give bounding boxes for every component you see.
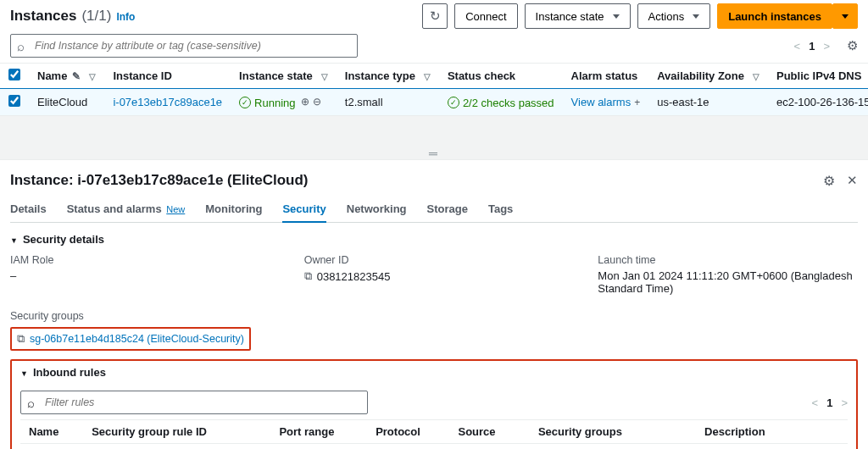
- page-title: Instances: [10, 8, 76, 25]
- col-name[interactable]: Name: [37, 69, 67, 82]
- tab-monitoring[interactable]: Monitoring: [205, 197, 262, 222]
- security-details-header[interactable]: Security details: [10, 223, 858, 252]
- launch-time-value: Mon Jan 01 2024 11:11:20 GMT+0600 (Bangl…: [598, 269, 858, 295]
- inbound-rules-table: Name Security group rule ID Port range P…: [20, 419, 848, 449]
- security-groups-label: Security groups: [10, 310, 858, 322]
- table-row[interactable]: EliteCloud i-07e13eb17c89ace1e Running⊕⊖…: [0, 89, 868, 116]
- actions-button[interactable]: Actions: [637, 3, 711, 29]
- inbound-rules-header[interactable]: Inbound rules: [20, 366, 848, 385]
- rule-col-sg[interactable]: Security groups: [530, 420, 696, 444]
- launch-instances-dropdown[interactable]: [832, 3, 858, 29]
- rule-col-port[interactable]: Port range: [270, 420, 367, 444]
- select-all-checkbox[interactable]: [8, 69, 20, 80]
- new-badge: New: [166, 204, 185, 214]
- drag-handle-icon[interactable]: ═: [429, 147, 439, 160]
- cell-instance-id[interactable]: i-07e13eb17c89ace1e: [113, 96, 222, 108]
- empty-area: ═: [0, 116, 868, 160]
- cell-az: us-east-1e: [648, 89, 768, 116]
- zoom-in-icon[interactable]: ⊕: [301, 96, 309, 108]
- search-input[interactable]: [10, 34, 358, 58]
- add-alarm-icon[interactable]: [631, 96, 640, 108]
- cell-status-check: 2/2 checks passed: [448, 97, 554, 109]
- iam-role-value: –: [10, 269, 270, 282]
- cell-name: EliteCloud: [29, 89, 104, 116]
- filter-rules-input[interactable]: [20, 391, 368, 414]
- info-link[interactable]: Info: [116, 11, 135, 23]
- rule-col-desc[interactable]: Description: [696, 420, 848, 444]
- rule-col-name[interactable]: Name: [20, 420, 83, 444]
- refresh-button[interactable]: [422, 3, 448, 29]
- tab-tags[interactable]: Tags: [488, 197, 513, 222]
- rules-highlight: Inbound rules < 1 > Name Secur: [10, 359, 858, 449]
- col-instance-state[interactable]: Instance state: [239, 69, 313, 82]
- tab-storage[interactable]: Storage: [427, 197, 468, 222]
- gear-icon[interactable]: [823, 173, 835, 189]
- col-az[interactable]: Availability Zone: [657, 69, 744, 82]
- zoom-out-icon[interactable]: ⊖: [313, 96, 321, 108]
- tab-status[interactable]: Status and alarms New: [67, 197, 186, 222]
- launch-instances-button[interactable]: Launch instances: [717, 3, 832, 29]
- rule-col-protocol[interactable]: Protocol: [367, 420, 449, 444]
- row-checkbox[interactable]: [8, 95, 20, 107]
- pager-next[interactable]: >: [823, 40, 830, 53]
- col-instance-type[interactable]: Instance type: [345, 69, 415, 82]
- close-icon[interactable]: [847, 173, 858, 189]
- col-public-dns[interactable]: Public IPv4 DNS: [776, 69, 861, 82]
- launch-time-label: Launch time: [598, 254, 858, 266]
- search-icon: [27, 396, 35, 410]
- tab-security[interactable]: Security: [282, 197, 326, 222]
- instances-table: Name Instance ID Instance state Instance…: [0, 64, 868, 116]
- rules-pager-next[interactable]: >: [841, 396, 848, 409]
- instance-state-button[interactable]: Instance state: [525, 3, 631, 29]
- owner-id-label: Owner ID: [304, 254, 565, 266]
- col-alarm-status[interactable]: Alarm status: [571, 69, 638, 82]
- chevron-down-icon: [20, 366, 28, 379]
- owner-id-value: 038121823545: [317, 270, 391, 283]
- rules-pager-current: 1: [826, 396, 832, 409]
- cell-state: Running: [239, 97, 295, 109]
- rule-row: – sgr-0d24c1800a00f7a4c 443 TCP 0.0.0.0/…: [20, 444, 848, 450]
- rules-pager-prev[interactable]: <: [812, 396, 819, 409]
- edit-icon[interactable]: [67, 69, 81, 82]
- rule-col-id[interactable]: Security group rule ID: [83, 420, 270, 444]
- security-group-highlight: sg-06b7e11eb4d185c24 (EliteCloud-Securit…: [10, 327, 251, 351]
- copy-icon[interactable]: [17, 332, 25, 346]
- security-group-link[interactable]: sg-06b7e11eb4d185c24 (EliteCloud-Securit…: [30, 333, 244, 345]
- copy-icon[interactable]: [304, 269, 312, 283]
- search-icon: [17, 39, 25, 53]
- pager-prev[interactable]: <: [794, 40, 801, 53]
- col-status-check[interactable]: Status check: [448, 69, 515, 82]
- instance-count: (1/1): [81, 8, 111, 25]
- cell-type: t2.small: [337, 89, 439, 116]
- iam-role-label: IAM Role: [10, 254, 270, 266]
- rule-col-source[interactable]: Source: [449, 420, 529, 444]
- cell-alarm[interactable]: View alarms: [571, 96, 632, 108]
- tab-details[interactable]: Details: [10, 197, 47, 222]
- detail-title: Instance: i-07e13eb17c89ace1e (EliteClou…: [10, 172, 309, 189]
- cell-dns: ec2-100-26-136-156.co...: [768, 89, 868, 116]
- pager-current: 1: [809, 40, 815, 53]
- table-settings-icon[interactable]: [847, 38, 858, 53]
- tab-networking[interactable]: Networking: [347, 197, 407, 222]
- connect-button[interactable]: Connect: [454, 3, 517, 29]
- col-instance-id[interactable]: Instance ID: [113, 69, 171, 82]
- chevron-down-icon: [10, 233, 18, 246]
